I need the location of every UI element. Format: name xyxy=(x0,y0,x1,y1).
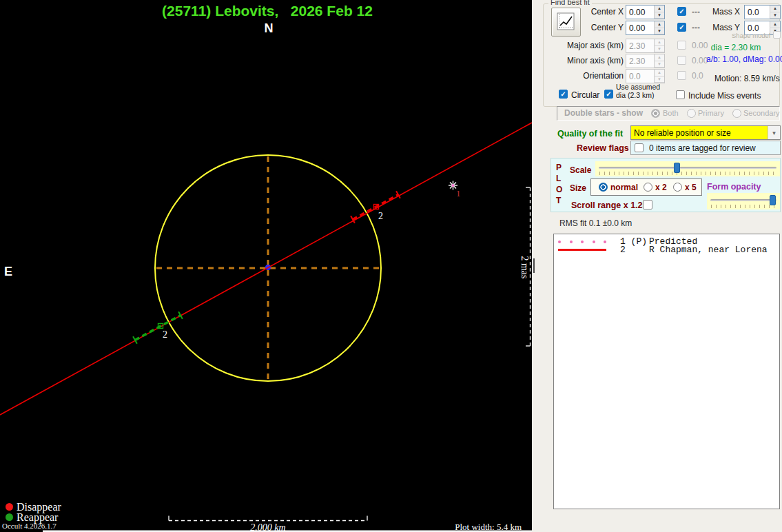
scale-slider-track[interactable] xyxy=(599,167,776,169)
scroll-range-checkbox[interactable] xyxy=(643,200,652,209)
spin-down-icon[interactable]: ▼ xyxy=(654,12,664,19)
double-stars-panel: Double stars - show Both Primary Seconda… xyxy=(557,106,780,121)
motion-text: Motion: 8.59 km/s xyxy=(714,74,780,83)
scale-label: Scale xyxy=(570,165,591,175)
center-x-label: Center X xyxy=(553,7,624,17)
spin-down-icon: ▼ xyxy=(654,46,664,53)
app-version-label: Occult 4.2026.1.7 xyxy=(2,522,56,530)
double-stars-both-radio[interactable] xyxy=(651,109,660,118)
disappear-uncertainty-segment xyxy=(353,195,398,220)
rms-fit-text: RMS fit 0.1 ±0.0 km xyxy=(559,218,632,228)
spin-down-icon[interactable]: ▼ xyxy=(770,12,780,19)
center-y-label: Center Y xyxy=(553,23,624,32)
orientation-spinner[interactable]: 0.0 ▲▼ xyxy=(626,69,665,83)
center-x-value: 0.00 xyxy=(626,6,654,19)
spin-up-icon: ▲ xyxy=(654,54,664,61)
star-label: 1 xyxy=(456,188,461,198)
fit-control-panel: Find best fit Center X 0.00 ▲▼ ✓ --- Mas… xyxy=(532,0,782,532)
minor-axis-label: Minor axis (km) xyxy=(553,56,624,65)
mass-y-label: Mass Y xyxy=(697,23,740,32)
scale-slider-ticks xyxy=(599,172,776,175)
mass-x-value: 0.0 xyxy=(745,6,770,19)
quality-fit-dropdown[interactable]: No reliable position or size ▾ xyxy=(630,125,781,140)
center-x-fit-checkbox[interactable]: ✓ xyxy=(677,7,686,16)
reappear-legend-dot xyxy=(6,513,13,521)
ab-dmag-text: a/b: 1.00, dMag: 0.00 xyxy=(706,54,779,64)
occult-window: (25711) Lebovits, 2026 Feb 12 N E 2 2 xyxy=(0,0,782,532)
size-radio-group: normal x 2 x 5 xyxy=(590,178,702,196)
observation-id: 2 xyxy=(620,245,649,255)
occultation-plot-canvas[interactable]: (25711) Lebovits, 2026 Feb 12 N E 2 2 xyxy=(0,0,532,532)
orientation-fit-checkbox[interactable] xyxy=(677,71,686,80)
predicted-line-sample xyxy=(558,241,606,243)
size-label: Size xyxy=(570,183,586,193)
spin-up-icon: ▲ xyxy=(654,39,664,46)
find-best-fit-label: Find best fit xyxy=(548,0,592,6)
include-miss-label: Include Miss events xyxy=(688,91,761,101)
minor-axis-sigma: 0.00 xyxy=(692,56,708,65)
center-x-spinner[interactable]: 0.00 ▲▼ xyxy=(626,5,665,19)
size-x5-radio[interactable] xyxy=(673,183,682,192)
shape-model-label: Shape model xyxy=(718,32,770,39)
chord-disappear-label: 2 xyxy=(378,211,383,221)
spin-down-icon: ▼ xyxy=(654,61,664,68)
orientation-sigma: 0.0 xyxy=(692,71,703,81)
spin-up-icon: ▲ xyxy=(654,70,664,76)
plot-vertical-label: PLOT xyxy=(556,162,564,206)
spin-up-icon[interactable]: ▲ xyxy=(654,21,664,28)
form-opacity-slider-ticks xyxy=(711,205,776,208)
mass-x-label: Mass X xyxy=(697,7,740,17)
scale-slider-thumb[interactable] xyxy=(674,163,680,173)
form-opacity-slider-thumb[interactable] xyxy=(770,195,776,205)
scale-bar-label: 2.000 km xyxy=(250,522,285,532)
double-stars-secondary-radio[interactable] xyxy=(732,109,741,118)
spin-up-icon[interactable]: ▲ xyxy=(654,6,664,12)
observation-row[interactable]: 2 R Chapman, near Lorena xyxy=(558,245,778,254)
shape-model-checkbox[interactable] xyxy=(773,31,781,39)
minor-axis-spinner[interactable]: 2.30 ▲▼ xyxy=(626,54,665,68)
form-opacity-label[interactable]: Form opacity xyxy=(707,182,761,192)
minor-axis-value: 2.30 xyxy=(626,54,654,68)
mass-x-spinner[interactable]: 0.0 ▲▼ xyxy=(744,5,781,19)
center-y-value: 0.00 xyxy=(626,21,654,34)
scroll-range-label: Scroll range x 1.25 xyxy=(571,201,647,210)
review-flags-field: 0 items are tagged for review xyxy=(630,141,781,155)
form-opacity-slider[interactable] xyxy=(707,193,780,209)
chord-reappear-label: 2 xyxy=(163,329,167,340)
include-miss-checkbox[interactable] xyxy=(676,90,685,99)
splitter-handle[interactable] xyxy=(533,258,535,273)
quality-fit-label: Quality of the fit xyxy=(557,129,623,139)
double-stars-primary-radio[interactable] xyxy=(687,109,696,118)
compass-east-label: E xyxy=(4,265,12,278)
use-assumed-dia-label: Use assumed dia (2.3 km) xyxy=(616,83,667,99)
review-flags-label: Review flags xyxy=(577,143,629,153)
observation-name: R Chapman, near Lorena xyxy=(649,245,768,255)
size-x2-radio[interactable] xyxy=(644,183,652,192)
chevron-down-icon[interactable]: ▾ xyxy=(768,126,780,139)
orientation-label: Orientation xyxy=(553,71,624,81)
observations-listbox[interactable]: 1 (P) Predicted 2 R Chapman, near Lorena xyxy=(553,234,780,509)
major-axis-spinner[interactable]: 2.30 ▲▼ xyxy=(626,39,665,53)
minor-axis-fit-checkbox[interactable] xyxy=(677,56,686,65)
spin-up-icon[interactable]: ▲ xyxy=(770,6,780,12)
orientation-value: 0.0 xyxy=(626,70,654,83)
center-y-fit-checkbox[interactable]: ✓ xyxy=(677,23,686,32)
circular-checkbox[interactable]: ✓ xyxy=(559,90,568,99)
double-stars-primary-label: Primary xyxy=(698,109,724,117)
spin-down-icon: ▼ xyxy=(654,76,664,83)
size-normal-radio[interactable] xyxy=(599,183,608,192)
scale-slider[interactable] xyxy=(595,161,780,176)
spin-down-icon[interactable]: ▼ xyxy=(654,28,664,35)
chord-line-sample xyxy=(558,249,606,251)
size-x5-label: x 5 xyxy=(685,183,697,192)
form-opacity-slider-track[interactable] xyxy=(710,199,776,201)
spin-up-icon[interactable]: ▲ xyxy=(770,21,780,28)
review-flags-checkbox[interactable] xyxy=(635,143,644,152)
circular-label: Circular xyxy=(571,90,599,100)
major-axis-label: Major axis (km) xyxy=(553,41,624,50)
use-assumed-dia-checkbox[interactable]: ✓ xyxy=(604,90,613,99)
plot-width-label: Plot width: 5.4 km xyxy=(455,522,522,532)
mas-scale-label: 2 mas xyxy=(519,256,530,278)
center-y-spinner[interactable]: 0.00 ▲▼ xyxy=(626,21,665,35)
major-axis-fit-checkbox[interactable] xyxy=(677,41,686,50)
